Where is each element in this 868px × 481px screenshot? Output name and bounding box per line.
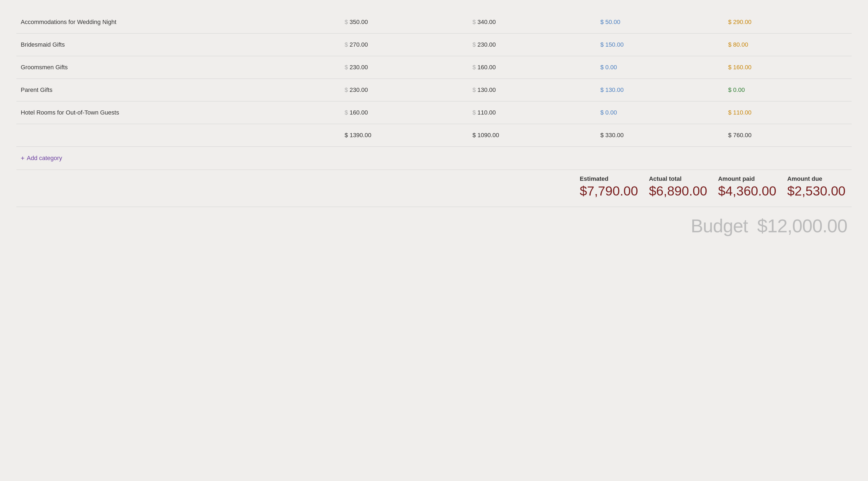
summary-due: Amount due $2,530.00	[787, 175, 847, 198]
dollar-sign-icon: $	[728, 87, 731, 94]
dollar-sign-icon: $	[600, 41, 604, 48]
row-name: Groomsmen Gifts	[17, 56, 340, 79]
row-estimated: $ 270.00	[340, 34, 468, 56]
table-row: Accommodations for Wedding Night $ 350.0…	[17, 11, 851, 34]
table-row: Groomsmen Gifts $ 230.00 $ 160.00 $ 0.00	[17, 56, 851, 79]
dollar-sign-icon: $	[600, 64, 604, 71]
summary-estimated: Estimated $7,790.00	[580, 175, 649, 198]
row-actual: $ 340.00	[468, 11, 596, 34]
dollar-sign-icon: $	[728, 41, 731, 48]
dollar-sign-icon: $	[472, 41, 476, 48]
dollar-sign-icon: $	[472, 109, 476, 116]
row-actual: $ 130.00	[468, 79, 596, 101]
summary-paid: Amount paid $4,360.00	[718, 175, 787, 198]
row-due: $ 290.00	[724, 11, 851, 34]
dollar-sign-icon: $	[344, 64, 348, 71]
row-due: $ 160.00	[724, 56, 851, 79]
subtotal-actual: $ 1090.00	[468, 124, 596, 147]
row-due: $ 110.00	[724, 101, 851, 124]
due-label: Amount due	[787, 175, 847, 183]
dollar-sign-icon: $	[344, 41, 348, 48]
due-value: $2,530.00	[787, 184, 847, 198]
subtotal-paid: $ 330.00	[596, 124, 724, 147]
subtotal-row: $ 1390.00 $ 1090.00 $ 330.00 $ 760.00	[17, 124, 851, 147]
row-estimated: $ 230.00	[340, 79, 468, 101]
actual-label: Actual total	[649, 175, 707, 183]
row-actual: $ 160.00	[468, 56, 596, 79]
dollar-sign-icon: $	[728, 19, 731, 26]
budget-total-section: Budget $12,000.00	[17, 207, 851, 236]
dollar-sign-icon: $	[728, 109, 731, 116]
summary-section: Estimated $7,790.00 Actual total $6,890.…	[17, 175, 851, 198]
table-row: Parent Gifts $ 230.00 $ 130.00 $ 130.00	[17, 79, 851, 101]
add-category-row: + Add category	[17, 147, 851, 170]
dollar-sign-icon: $	[728, 64, 731, 71]
row-paid: $ 130.00	[596, 79, 724, 101]
row-name: Bridesmaid Gifts	[17, 34, 340, 56]
add-category-cell: + Add category	[17, 147, 851, 170]
row-name: Parent Gifts	[17, 79, 340, 101]
budget-table: Accommodations for Wedding Night $ 350.0…	[17, 11, 851, 170]
table-row: Bridesmaid Gifts $ 270.00 $ 230.00 $ 150…	[17, 34, 851, 56]
row-name: Hotel Rooms for Out-of-Town Guests	[17, 101, 340, 124]
estimated-label: Estimated	[580, 175, 638, 183]
row-actual: $ 110.00	[468, 101, 596, 124]
row-name: Accommodations for Wedding Night	[17, 11, 340, 34]
subtotal-due: $ 760.00	[724, 124, 851, 147]
budget-label: Budget	[691, 216, 748, 236]
dollar-sign-icon: $	[472, 19, 476, 26]
summary-actual: Actual total $6,890.00	[649, 175, 718, 198]
add-category-label: Add category	[27, 155, 62, 162]
paid-value: $4,360.00	[718, 184, 776, 198]
dollar-sign-icon: $	[344, 109, 348, 116]
row-paid: $ 50.00	[596, 11, 724, 34]
row-actual: $ 230.00	[468, 34, 596, 56]
add-category-button[interactable]: + Add category	[21, 154, 62, 162]
row-estimated: $ 230.00	[340, 56, 468, 79]
actual-value: $6,890.00	[649, 184, 707, 198]
table-row: Hotel Rooms for Out-of-Town Guests $ 160…	[17, 101, 851, 124]
row-paid: $ 0.00	[596, 56, 724, 79]
plus-icon: +	[21, 154, 25, 162]
dollar-sign-icon: $	[344, 87, 348, 94]
dollar-sign-icon: $	[600, 109, 604, 116]
row-estimated: $ 350.00	[340, 11, 468, 34]
budget-value: $12,000.00	[757, 216, 847, 236]
estimated-value: $7,790.00	[580, 184, 638, 198]
row-estimated: $ 160.00	[340, 101, 468, 124]
dollar-sign-icon: $	[600, 19, 604, 26]
dollar-sign-icon: $	[472, 64, 476, 71]
budget-total: Budget $12,000.00	[691, 215, 847, 236]
subtotal-empty	[17, 124, 340, 147]
subtotal-estimated: $ 1390.00	[340, 124, 468, 147]
dollar-sign-icon: $	[600, 87, 604, 94]
row-due: $ 0.00	[724, 79, 851, 101]
paid-label: Amount paid	[718, 175, 776, 183]
dollar-sign-icon: $	[472, 87, 476, 94]
row-paid: $ 150.00	[596, 34, 724, 56]
row-due: $ 80.00	[724, 34, 851, 56]
dollar-sign-icon: $	[344, 19, 348, 26]
row-paid: $ 0.00	[596, 101, 724, 124]
